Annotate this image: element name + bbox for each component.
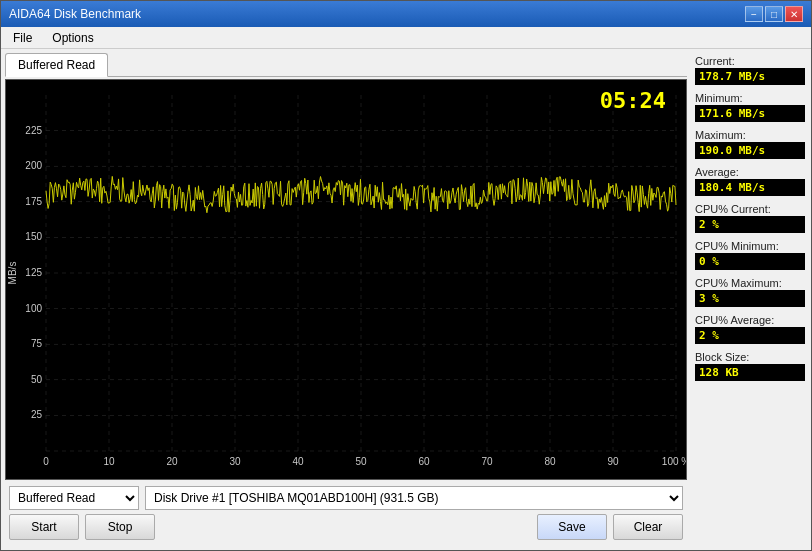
stat-average: Average: 180.4 MB/s xyxy=(695,166,805,199)
chart-canvas xyxy=(6,80,686,479)
tab-bar: Buffered Read xyxy=(5,53,687,77)
minimum-label: Minimum: xyxy=(695,92,805,104)
timer-display: 05:24 xyxy=(600,88,666,113)
stat-maximum: Maximum: 190.0 MB/s xyxy=(695,129,805,162)
tab-buffered-read[interactable]: Buffered Read xyxy=(5,53,108,77)
cpu-minimum-label: CPU% Minimum: xyxy=(695,240,805,252)
current-value: 178.7 MB/s xyxy=(695,68,805,85)
menu-bar: File Options xyxy=(1,27,811,49)
menu-file[interactable]: File xyxy=(5,29,40,46)
block-size-value: 128 KB xyxy=(695,364,805,381)
bottom-controls: Buffered Read Disk Drive #1 [TOSHIBA MQ0… xyxy=(5,480,687,514)
window-controls: − □ ✕ xyxy=(745,6,803,22)
average-value: 180.4 MB/s xyxy=(695,179,805,196)
stat-cpu-maximum: CPU% Maximum: 3 % xyxy=(695,277,805,310)
start-button[interactable]: Start xyxy=(9,514,79,540)
left-panel: Buffered Read 05:24 Buffered Read Disk D… xyxy=(1,49,691,550)
stat-cpu-minimum: CPU% Minimum: 0 % xyxy=(695,240,805,273)
main-content: Buffered Read 05:24 Buffered Read Disk D… xyxy=(1,49,811,550)
window-title: AIDA64 Disk Benchmark xyxy=(9,7,141,21)
stat-cpu-average: CPU% Average: 2 % xyxy=(695,314,805,347)
menu-options[interactable]: Options xyxy=(44,29,101,46)
current-label: Current: xyxy=(695,55,805,67)
save-button[interactable]: Save xyxy=(537,514,607,540)
close-button[interactable]: ✕ xyxy=(785,6,803,22)
drive-select[interactable]: Disk Drive #1 [TOSHIBA MQ01ABD100H] (931… xyxy=(145,486,683,510)
minimum-value: 171.6 MB/s xyxy=(695,105,805,122)
stat-current: Current: 178.7 MB/s xyxy=(695,55,805,88)
stat-cpu-current: CPU% Current: 2 % xyxy=(695,203,805,236)
stat-block-size: Block Size: 128 KB xyxy=(695,351,805,384)
main-window: AIDA64 Disk Benchmark − □ ✕ File Options… xyxy=(0,0,812,551)
stat-minimum: Minimum: 171.6 MB/s xyxy=(695,92,805,125)
minimize-button[interactable]: − xyxy=(745,6,763,22)
block-size-label: Block Size: xyxy=(695,351,805,363)
right-panel: Current: 178.7 MB/s Minimum: 171.6 MB/s … xyxy=(691,49,811,550)
cpu-maximum-value: 3 % xyxy=(695,290,805,307)
test-select[interactable]: Buffered Read xyxy=(9,486,139,510)
cpu-maximum-label: CPU% Maximum: xyxy=(695,277,805,289)
title-bar: AIDA64 Disk Benchmark − □ ✕ xyxy=(1,1,811,27)
maximum-label: Maximum: xyxy=(695,129,805,141)
maximum-value: 190.0 MB/s xyxy=(695,142,805,159)
cpu-average-label: CPU% Average: xyxy=(695,314,805,326)
clear-button[interactable]: Clear xyxy=(613,514,683,540)
cpu-minimum-value: 0 % xyxy=(695,253,805,270)
cpu-average-value: 2 % xyxy=(695,327,805,344)
average-label: Average: xyxy=(695,166,805,178)
stop-button[interactable]: Stop xyxy=(85,514,155,540)
action-buttons: Start Stop Save Clear xyxy=(5,514,687,546)
cpu-current-value: 2 % xyxy=(695,216,805,233)
chart-container: 05:24 xyxy=(5,79,687,480)
maximize-button[interactable]: □ xyxy=(765,6,783,22)
cpu-current-label: CPU% Current: xyxy=(695,203,805,215)
